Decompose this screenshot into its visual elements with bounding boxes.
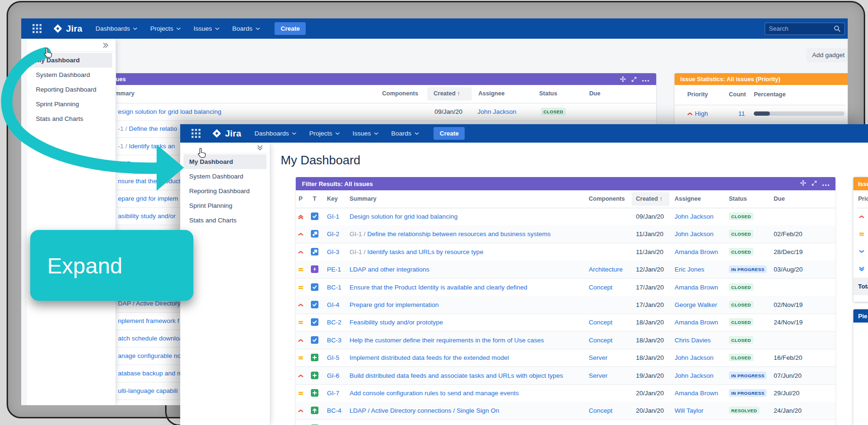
column-created[interactable]: Created ↑ — [636, 190, 662, 208]
nav-menu-issues[interactable]: Issues — [193, 25, 219, 32]
nav-menu-boards[interactable]: Boards — [391, 130, 419, 137]
issue-key-link[interactable]: GI-7 — [327, 390, 339, 397]
issue-summary-link[interactable]: asibility study and/or — [118, 212, 175, 220]
component-link[interactable]: Concept — [589, 407, 612, 414]
issue-summary-link[interactable]: epare grid for implem — [118, 195, 178, 202]
issue-key-link[interactable]: GI-3 — [327, 248, 339, 255]
column-assignee[interactable]: Assignee — [478, 85, 505, 102]
assignee-link[interactable]: Amanda Brown — [675, 390, 718, 397]
expand-gadget-icon[interactable] — [631, 76, 637, 84]
issue-summary-link[interactable]: Feasibility study and/or prototype — [350, 319, 443, 326]
column-status[interactable]: Status — [539, 85, 557, 102]
issue-summary-link[interactable]: Ensure that the Product Identity is avai… — [350, 284, 527, 291]
issue-key-link[interactable]: GI-4 — [327, 301, 339, 308]
component-link[interactable]: Concept — [589, 319, 612, 326]
table-row-GI-7[interactable]: GI-7Add console configuration rules to s… — [296, 384, 835, 402]
assignee-link[interactable]: John Jackson — [675, 230, 714, 238]
issue-key-link[interactable]: BC-3 — [327, 337, 342, 344]
nav-menu-boards[interactable]: Boards — [232, 25, 260, 32]
sidebar-item-sprint-planning[interactable]: Sprint Planning — [30, 97, 112, 111]
issue-summary-link[interactable]: LDAP and other integrations — [350, 266, 429, 273]
assignee-link[interactable]: John Jackson — [675, 372, 714, 379]
component-link[interactable]: Architecture — [589, 266, 623, 273]
sidebar-item-stats-and-charts[interactable]: Stats and Charts — [184, 213, 267, 228]
issue-summary-link[interactable]: esign solution for grid load balancing — [118, 108, 221, 115]
create-button[interactable]: Create — [434, 127, 465, 140]
component-link[interactable]: Server — [589, 372, 608, 379]
gadget-header[interactable]: Issue Statistics: All issues (Priority) — [675, 73, 848, 85]
search-input[interactable]: Search — [765, 23, 845, 35]
move-gadget-icon[interactable] — [800, 180, 806, 187]
issue-summary-link[interactable]: Add console configuration rules to send … — [350, 390, 519, 397]
sidebar-item-reporting-dashboard[interactable]: Reporting Dashboard — [30, 82, 112, 97]
issue-summary-link[interactable]: nplement framework f — [118, 317, 179, 324]
table-row[interactable]: esign solution for grid load balancing 0… — [57, 103, 656, 121]
assignee-link[interactable]: Chris Davies — [675, 337, 711, 344]
column-t[interactable]: T — [313, 190, 317, 208]
issue-key-link[interactable]: GI-1 — [327, 213, 339, 220]
table-row-GI-8[interactable]: GI-8Implement framework for web services… — [296, 420, 835, 425]
table-row-BC-3[interactable]: BC-3Help the customer define their requi… — [296, 332, 835, 349]
issue-summary-link[interactable]: GI-1 / Define the relationship between r… — [350, 230, 551, 238]
column-components[interactable]: Components — [589, 190, 625, 208]
assignee-link[interactable]: John Jackson — [477, 108, 517, 115]
issue-summary-link[interactable]: anage configurable no — [118, 352, 181, 359]
column-components[interactable]: Components — [382, 85, 418, 102]
table-row-BC-1[interactable]: BC-1Ensure that the Product Identity is … — [296, 279, 835, 297]
component-link[interactable]: Concept — [589, 284, 612, 291]
gadget-menu-icon[interactable] — [822, 180, 829, 187]
column-due[interactable]: Due — [774, 190, 785, 208]
issue-summary-link[interactable]: LDAP / Active Directory connections / Si… — [350, 407, 499, 414]
issue-summary-link[interactable]: atch schedule downloa — [118, 335, 183, 342]
column-summary[interactable]: Summary — [350, 190, 376, 208]
issue-summary-link[interactable]: -1 / Identify tasks an — [118, 143, 175, 150]
table-row-GI-2[interactable]: GI-2GI-1 / Define the relationship betwe… — [296, 225, 835, 243]
add-gadget-button[interactable]: Add gadget — [807, 48, 848, 62]
issue-summary-link[interactable]: ulti-language capabili — [118, 387, 178, 394]
issue-summary-link[interactable]: Implement distributed data feeds for the… — [350, 354, 509, 361]
count-link[interactable]: 11 — [738, 105, 745, 122]
sidebar-toggle-icon[interactable] — [257, 144, 263, 153]
issue-summary-link[interactable]: DAP an — [118, 160, 140, 167]
nav-menu-dashboards[interactable]: Dashboards — [96, 25, 138, 32]
sidebar-item-system-dashboard[interactable]: System Dashboard — [184, 169, 267, 184]
sidebar-item-reporting-dashboard[interactable]: Reporting Dashboard — [184, 184, 267, 198]
nav-menu-projects[interactable]: Projects — [150, 25, 181, 32]
assignee-link[interactable]: John Jackson — [675, 213, 714, 220]
component-link[interactable]: Concept — [589, 337, 612, 344]
gadget-header[interactable]: Filter Results: All issues — [57, 73, 656, 85]
issue-summary-link[interactable]: Prepare grid for implementation — [350, 301, 439, 308]
assignee-link[interactable]: Eric Jones — [675, 266, 704, 273]
column-assignee[interactable]: Assignee — [675, 190, 701, 208]
table-row-GI-4[interactable]: GI-4Prepare grid for implementation17/Ja… — [296, 296, 835, 314]
assignee-link[interactable]: Amanda Brown — [675, 248, 718, 255]
sidebar-item-my-dashboard[interactable]: My Dashboard — [184, 154, 267, 169]
app-switcher-icon[interactable] — [33, 24, 42, 33]
issue-summary-link[interactable]: nsure that the Product — [118, 178, 181, 185]
table-row-GI-1[interactable]: GI-1Design solution for grid load balanc… — [296, 208, 835, 226]
sidebar-item-sprint-planning[interactable]: Sprint Planning — [184, 198, 267, 213]
sidebar-toggle-icon[interactable] — [102, 42, 109, 51]
table-row-PE-1[interactable]: PE-1LDAP and other integrationsArchitect… — [296, 261, 835, 279]
issue-summary-link[interactable]: GI-1 / Identify tasks and URLs by resour… — [350, 248, 484, 255]
issue-summary-link[interactable]: -1 / Define the relatio — [118, 125, 177, 132]
column-created[interactable]: Created ↑ — [434, 85, 460, 102]
assignee-link[interactable]: Will Taylor — [675, 407, 703, 414]
issue-key-link[interactable]: BC-2 — [327, 319, 342, 326]
sidebar-item-stats-and-charts[interactable]: Stats and Charts — [30, 111, 112, 126]
assignee-link[interactable]: John Jackson — [675, 354, 714, 361]
issue-summary-link[interactable]: Build distributed data feeds and associa… — [350, 372, 563, 379]
app-switcher-icon[interactable] — [192, 129, 200, 138]
column-status[interactable]: Status — [729, 190, 747, 208]
nav-menu-projects[interactable]: Projects — [309, 130, 340, 137]
component-link[interactable]: Server — [589, 354, 608, 361]
create-button[interactable]: Create — [275, 22, 306, 35]
sidebar-item-my-dashboard[interactable]: My Dashboard — [30, 53, 112, 68]
issue-summary-link[interactable]: atabase backup and m — [118, 370, 183, 377]
issue-key-link[interactable]: GI-5 — [327, 354, 339, 361]
gadget-header[interactable]: Filter Results: All issues — [296, 177, 835, 190]
nav-menu-dashboards[interactable]: Dashboards — [255, 130, 297, 137]
issue-key-link[interactable]: BC-1 — [327, 284, 342, 291]
nav-menu-issues[interactable]: Issues — [352, 130, 378, 137]
assignee-link[interactable]: George Walker — [675, 301, 717, 308]
